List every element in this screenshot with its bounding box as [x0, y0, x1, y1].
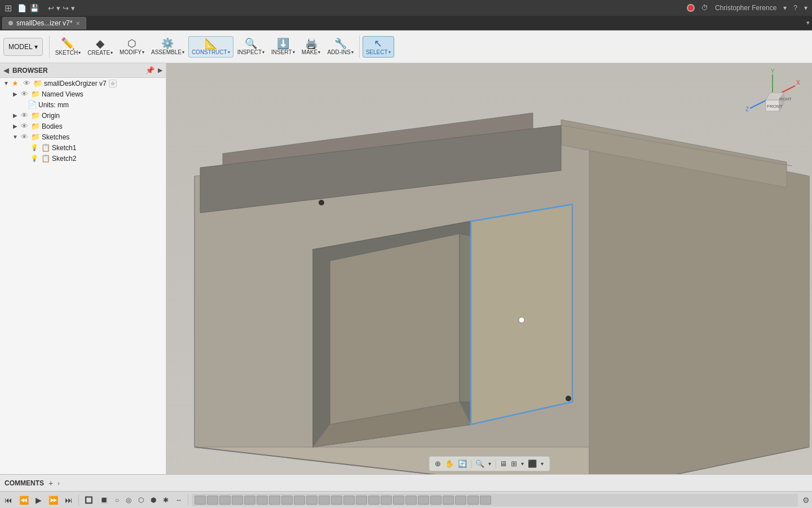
add-comment-button[interactable]: + — [48, 479, 53, 488]
timeline-settings-button[interactable]: ⚙ — [802, 496, 810, 505]
tree-named-views-item[interactable]: ▶ 👁 📁 Named Views — [0, 89, 166, 99]
svg-text:RIGHT: RIGHT — [779, 97, 792, 101]
zoom-arrow[interactable]: ▾ — [487, 459, 492, 468]
tree-sketches-item[interactable]: ▼ 👁 📁 Sketches — [0, 132, 166, 142]
ctrl-separator — [471, 459, 471, 468]
tree-sketch2-label: Sketch2 — [52, 155, 76, 163]
timeline-prev-button[interactable]: ⏪ — [17, 494, 31, 506]
timeline-block[interactable] — [430, 496, 442, 505]
tab-expand-icon[interactable]: ▾ — [806, 19, 810, 27]
timeline-block[interactable] — [467, 496, 479, 505]
timeline-block[interactable] — [281, 496, 293, 505]
timeline-block[interactable] — [455, 496, 466, 505]
timeline-view-icon2[interactable]: 🔳 — [98, 495, 111, 505]
viewcube[interactable]: X Y Z FRONT RIGHT — [744, 69, 801, 125]
timeline-view-icon6[interactable]: ⬢ — [148, 495, 158, 505]
document-tab[interactable]: smallDes...izer v7* ✕ — [2, 17, 86, 29]
timeline-block[interactable] — [207, 496, 218, 505]
env-button[interactable]: ⬛ — [527, 458, 538, 469]
redo-arrow[interactable]: ▾ — [71, 4, 75, 12]
tree-sketch1-item[interactable]: 💡 📋 Sketch1 — [0, 142, 166, 153]
redo-icon[interactable]: ↪ — [63, 4, 69, 12]
timeline-block[interactable] — [257, 496, 268, 505]
browser-expand-button[interactable]: ▶ — [158, 67, 162, 74]
timeline-block[interactable] — [232, 496, 243, 505]
save-icon[interactable]: 💾 — [30, 4, 39, 12]
timeline-view-icon1[interactable]: 🔲 — [82, 495, 95, 505]
toolbar-modify-group[interactable]: ⬡ MODIFY ▾ — [117, 37, 147, 57]
tree-sketches-eye-icon: 👁 — [19, 133, 29, 141]
grid-arrow[interactable]: ▾ — [520, 459, 525, 468]
timeline-block[interactable] — [306, 496, 317, 505]
toolbar-make-group[interactable]: 🖨️ MAKE ▾ — [299, 37, 324, 57]
app-grid-icon[interactable]: ⊞ — [5, 3, 12, 14]
new-file-icon[interactable]: 📄 — [17, 4, 27, 12]
tree-origin-item[interactable]: ▶ 👁 📁 Origin — [0, 110, 166, 121]
tree-sketches-label: Sketches — [42, 133, 69, 141]
toolbar-insert-group[interactable]: ⬇️ INSERT ▾ — [268, 37, 298, 57]
timeline-block[interactable] — [269, 496, 280, 505]
timeline-play-button[interactable]: ▶ — [33, 494, 44, 506]
tree-root-folder-icon: 📁 — [33, 79, 43, 87]
tab-modified-indicator — [8, 21, 13, 25]
browser-pin-button[interactable]: 📌 — [145, 66, 155, 75]
timeline-block[interactable] — [219, 496, 231, 505]
create-icon: ◆ — [96, 38, 104, 49]
timeline-block[interactable] — [393, 496, 404, 505]
help-arrow[interactable]: ▾ — [804, 4, 807, 12]
timeline-end-button[interactable]: ⏭ — [63, 494, 75, 506]
model-workspace-button[interactable]: MODEL ▾ — [3, 38, 43, 56]
toolbar-create-group[interactable]: ◆ CREATE ▾ — [85, 36, 116, 58]
display-mode-button[interactable]: 🖥 — [498, 458, 508, 469]
toolbar-construct-group[interactable]: 📐 CONSTRUCT ▾ — [188, 36, 233, 58]
browser-collapse-button[interactable]: ◀ — [3, 66, 9, 75]
comments-expand-button[interactable]: › — [58, 480, 60, 487]
tree-root-item[interactable]: ▼ ★ 👁 📁 smallDeskOrgizer v7 ☆ — [0, 78, 166, 89]
timeline-view-icon3[interactable]: ○ — [113, 495, 121, 505]
timeline-block[interactable] — [418, 496, 429, 505]
timeline-block[interactable] — [356, 496, 367, 505]
timeline-view-icon7[interactable]: ✱ — [161, 495, 171, 505]
tree-units-item[interactable]: 📄 Units: mm — [0, 99, 166, 110]
viewport[interactable]: X Y Z FRONT RIGHT ⊕ ✋ 🔄 🔍 — [166, 63, 812, 474]
help-icon[interactable]: ? — [793, 4, 797, 12]
tree-sketch2-item[interactable]: 💡 📋 Sketch2 — [0, 153, 166, 164]
timeline-block[interactable] — [319, 496, 330, 505]
timeline-view-icon4[interactable]: ◎ — [123, 495, 134, 505]
timeline-view-icon8[interactable]: ↔ — [173, 495, 184, 505]
timeline-block[interactable] — [381, 496, 392, 505]
timeline-view-icon5[interactable]: ⬡ — [136, 495, 146, 505]
timeline-track[interactable] — [192, 494, 798, 506]
toolbar-addins-group[interactable]: 🔧 ADD-INS ▾ — [325, 37, 356, 57]
timeline-block[interactable] — [244, 496, 255, 505]
timeline-block[interactable] — [331, 496, 342, 505]
tree-origin-label: Origin — [42, 112, 60, 120]
timeline-block[interactable] — [368, 496, 379, 505]
pan-button[interactable]: ✋ — [444, 458, 455, 469]
grid-button[interactable]: ⊞ — [510, 458, 518, 469]
timeline-block[interactable] — [343, 496, 355, 505]
user-name[interactable]: Christopher Ference — [715, 4, 776, 12]
timeline-block[interactable] — [443, 496, 454, 505]
create-label: CREATE ▾ — [87, 50, 113, 56]
toolbar-inspect-group[interactable]: 🔍 INSPECT ▾ — [235, 37, 267, 57]
zoom-button[interactable]: 🔍 — [474, 458, 486, 469]
timeline-start-button[interactable]: ⏮ — [2, 494, 15, 506]
toolbar-select-group[interactable]: ↖ SELECT ▾ — [363, 36, 394, 58]
timeline-next-button[interactable]: ⏩ — [46, 494, 60, 506]
timeline-block[interactable] — [294, 496, 305, 505]
undo-arrow[interactable]: ▾ — [56, 4, 60, 12]
timeline-block[interactable] — [480, 496, 491, 505]
user-arrow[interactable]: ▾ — [783, 4, 787, 12]
env-arrow[interactable]: ▾ — [540, 459, 545, 468]
timeline-block[interactable] — [405, 496, 417, 505]
tree-named-views-eye-icon: 👁 — [19, 90, 29, 98]
toolbar-assemble-group[interactable]: ⚙️ ASSEMBLE ▾ — [148, 37, 187, 57]
fit-view-button[interactable]: ⊕ — [434, 458, 442, 469]
tab-close-button[interactable]: ✕ — [76, 20, 80, 27]
toolbar-sketch-group[interactable]: ✏️ SKETCH ▾ — [52, 36, 84, 58]
undo-icon[interactable]: ↩ — [48, 4, 54, 12]
timeline-block[interactable] — [195, 496, 206, 505]
orbit-button[interactable]: 🔄 — [457, 458, 468, 469]
tree-bodies-item[interactable]: ▶ 👁 📁 Bodies — [0, 121, 166, 132]
